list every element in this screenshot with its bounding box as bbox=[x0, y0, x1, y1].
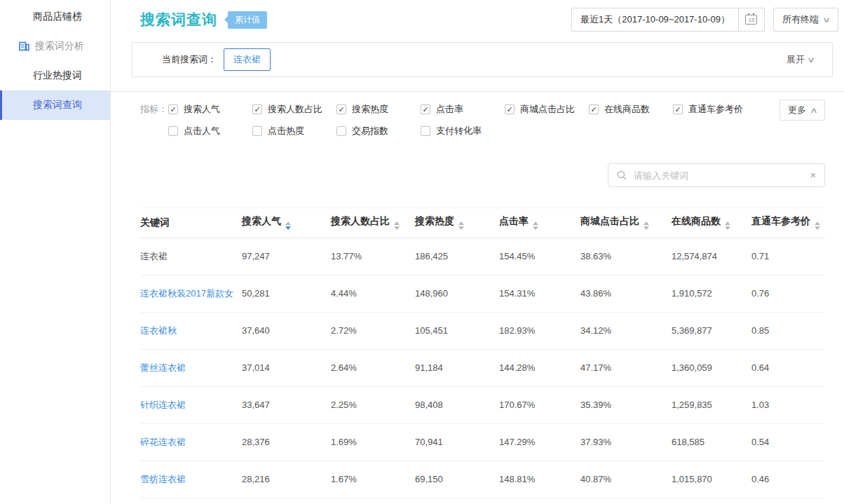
value-cell: 28,216 bbox=[242, 461, 331, 498]
checkbox-unchecked-icon bbox=[168, 126, 178, 136]
column-header[interactable]: 直通车参考价 bbox=[751, 208, 825, 238]
value-cell: 148,960 bbox=[415, 275, 499, 312]
metric-checkbox-label: 搜索热度 bbox=[352, 103, 388, 116]
value-cell: 170.67% bbox=[499, 386, 580, 423]
column-header[interactable]: 搜索热度 bbox=[415, 208, 499, 238]
value-cell: 147.29% bbox=[499, 423, 580, 461]
keyword-cell[interactable]: 连衣裙秋装2017新款女 bbox=[140, 275, 242, 312]
metric-checkbox-label: 交易指数 bbox=[352, 125, 388, 137]
search-icon bbox=[617, 170, 627, 180]
table-row: 碎花连衣裙28,3761.69%70,941147.29%37.93%618,5… bbox=[140, 423, 825, 461]
metric-checkbox[interactable]: ✓在线商品数 bbox=[589, 103, 673, 116]
keyword-cell[interactable]: 连衣裙秋 bbox=[140, 312, 242, 349]
checkbox-checked-icon: ✓ bbox=[589, 104, 599, 114]
sidebar-item-2[interactable]: 搜索词分析 bbox=[0, 32, 110, 61]
column-header[interactable]: 在线商品数 bbox=[672, 208, 751, 238]
checkbox-checked-icon: ✓ bbox=[421, 104, 430, 114]
current-term-button[interactable]: 连衣裙 bbox=[224, 48, 271, 71]
keyword-cell[interactable]: 碎花连衣裙 bbox=[140, 423, 242, 461]
sidebar-item-3[interactable]: 行业热搜词 bbox=[0, 61, 110, 90]
checkbox-checked-icon: ✓ bbox=[336, 104, 346, 114]
checkbox-unchecked-icon bbox=[252, 126, 262, 136]
value-cell: 97,247 bbox=[242, 238, 331, 275]
value-cell: 47.17% bbox=[580, 349, 672, 386]
value-cell: 148.81% bbox=[499, 461, 580, 498]
value-cell: 40.87% bbox=[580, 461, 672, 498]
sort-icon[interactable] bbox=[815, 222, 820, 230]
table-row: 连衣裙97,24713.77%186,425154.45%38.63%12,57… bbox=[140, 238, 825, 275]
sidebar-item-label: 搜索词分析 bbox=[35, 40, 84, 53]
metric-checkbox-label: 在线商品数 bbox=[604, 103, 650, 116]
sort-icon[interactable] bbox=[285, 222, 291, 230]
checkbox-checked-icon: ✓ bbox=[252, 104, 262, 114]
expand-toggle[interactable]: 展开 ∨ bbox=[787, 53, 814, 66]
value-cell: 618,585 bbox=[672, 423, 751, 461]
value-cell: 50,281 bbox=[242, 275, 331, 312]
checkbox-checked-icon: ✓ bbox=[673, 104, 683, 114]
checkbox-checked-icon: ✓ bbox=[168, 104, 178, 114]
table-row: 连衣裙秋装2017新款女50,2814.44%148,960154.31%43.… bbox=[140, 275, 825, 312]
value-cell: 0.46 bbox=[751, 461, 825, 498]
keyword-search-box: × bbox=[608, 163, 825, 187]
value-cell: 2.72% bbox=[331, 312, 415, 349]
value-cell: 37.93% bbox=[580, 423, 672, 461]
keyword-cell[interactable]: 雪纺连衣裙 bbox=[140, 461, 242, 498]
value-cell: 13.77% bbox=[331, 238, 415, 275]
calendar-button[interactable]: 15 bbox=[738, 8, 765, 32]
value-cell: 4.44% bbox=[331, 275, 415, 312]
more-button[interactable]: 更多 ∧ bbox=[780, 100, 825, 121]
metric-checkbox[interactable]: ✓点击率 bbox=[421, 103, 505, 116]
value-cell: 0.76 bbox=[751, 275, 825, 312]
chevron-down-icon: ∨ bbox=[822, 15, 831, 25]
sort-icon[interactable] bbox=[533, 222, 538, 230]
metrics-label: 指标： bbox=[140, 103, 168, 116]
sort-icon[interactable] bbox=[725, 222, 730, 230]
page-header: 搜索词查询 累计值 最近1天（2017-10-09~2017-10-09） 15… bbox=[132, 0, 844, 39]
metrics-row-1: 指标： ✓搜索人气✓搜索人数占比✓搜索热度✓点击率✓商城点击占比✓在线商品数✓直… bbox=[140, 103, 825, 116]
value-cell: 37,014 bbox=[242, 349, 331, 386]
value-cell: 144.28% bbox=[499, 349, 580, 386]
metric-checkbox[interactable]: 点击热度 bbox=[252, 125, 336, 137]
ledger-icon bbox=[19, 41, 29, 53]
terminal-select[interactable]: 所有终端 ∨ bbox=[773, 8, 838, 32]
sidebar-item-1[interactable]: 商品店铺榜 bbox=[0, 2, 110, 32]
value-cell: 28,376 bbox=[242, 423, 331, 461]
table-header-row: 关键词搜索人气搜索人数占比搜索热度点击率商城点击占比在线商品数直通车参考价 bbox=[140, 208, 825, 238]
sort-icon[interactable] bbox=[458, 222, 464, 230]
value-cell: 186,425 bbox=[415, 238, 499, 275]
metrics-row-2: 点击人气点击热度交易指数支付转化率 bbox=[140, 125, 825, 137]
metric-checkbox[interactable]: ✓搜索人数占比 bbox=[252, 103, 336, 116]
value-cell: 1,910,572 bbox=[672, 275, 751, 312]
metric-checkbox-label: 支付转化率 bbox=[436, 125, 482, 137]
metric-checkbox[interactable]: ✓商城点击占比 bbox=[505, 103, 589, 116]
checkbox-unchecked-icon bbox=[421, 126, 430, 136]
metric-checkbox[interactable]: ✓搜索热度 bbox=[336, 103, 421, 116]
sidebar-item-4[interactable]: 搜索词查询 bbox=[0, 90, 110, 120]
metric-checkbox[interactable]: 交易指数 bbox=[336, 125, 421, 137]
keyword-cell[interactable]: 蕾丝连衣裙 bbox=[140, 349, 242, 386]
metric-checkbox-label: 点击率 bbox=[436, 103, 463, 116]
column-header[interactable]: 搜索人气 bbox=[242, 208, 331, 238]
sort-icon[interactable] bbox=[394, 222, 400, 230]
metric-checkbox-label: 搜索人气 bbox=[184, 103, 220, 116]
column-header-label: 在线商品数 bbox=[672, 215, 721, 226]
date-range-button[interactable]: 最近1天（2017-10-09~2017-10-09） bbox=[571, 8, 739, 32]
value-cell: 0.64 bbox=[751, 349, 825, 386]
table-row: 连衣裙秋37,6402.72%105,451182.93%34.12%5,369… bbox=[140, 312, 825, 349]
column-header[interactable]: 商城点击占比 bbox=[580, 208, 672, 238]
calendar-icon: 15 bbox=[745, 15, 757, 25]
sort-icon[interactable] bbox=[644, 222, 649, 230]
value-cell: 34.12% bbox=[580, 312, 672, 349]
column-header[interactable]: 点击率 bbox=[499, 208, 580, 238]
value-cell: 5,369,877 bbox=[672, 312, 751, 349]
value-cell: 37,640 bbox=[242, 312, 331, 349]
metric-checkbox[interactable]: 支付转化率 bbox=[421, 125, 505, 137]
metric-checkbox[interactable]: 点击人气 bbox=[168, 125, 252, 137]
metric-checkbox[interactable]: ✓直通车参考价 bbox=[673, 103, 757, 116]
clear-search-icon[interactable]: × bbox=[810, 170, 816, 181]
calendar-day-label: 15 bbox=[748, 17, 754, 24]
keyword-search-input[interactable] bbox=[632, 170, 805, 182]
column-header[interactable]: 搜索人数占比 bbox=[331, 208, 415, 238]
metric-checkbox[interactable]: ✓搜索人气 bbox=[168, 103, 252, 116]
keyword-cell[interactable]: 针织连衣裙 bbox=[140, 386, 242, 423]
